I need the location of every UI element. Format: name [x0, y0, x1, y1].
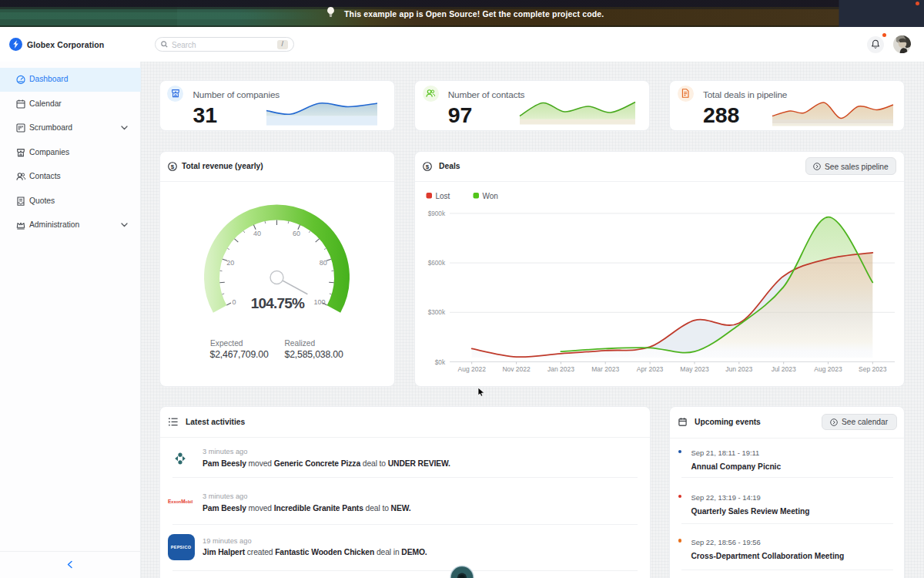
- svg-text:$900k: $900k: [428, 210, 446, 217]
- svg-text:Jul 2023: Jul 2023: [772, 365, 796, 373]
- svg-text:$600k: $600k: [428, 260, 446, 267]
- svg-text:Jun 2023: Jun 2023: [725, 365, 752, 373]
- svg-text:$: $: [426, 163, 430, 170]
- svg-text:0: 0: [232, 298, 236, 306]
- svg-text:Lost: Lost: [436, 192, 450, 200]
- svg-text:Won: Won: [483, 192, 498, 200]
- svg-text:40: 40: [253, 230, 261, 237]
- svg-text:20: 20: [226, 259, 234, 267]
- svg-text:Apr 2023: Apr 2023: [637, 365, 664, 373]
- svg-text:Sep 2023: Sep 2023: [859, 365, 887, 373]
- svg-text:104.75%: 104.75%: [251, 295, 305, 311]
- svg-text:May 2023: May 2023: [680, 365, 709, 373]
- svg-text:$300k: $300k: [428, 309, 446, 316]
- svg-text:Jan 2023: Jan 2023: [547, 365, 574, 373]
- svg-text:$0k: $0k: [435, 359, 446, 366]
- svg-text:$: $: [171, 163, 175, 170]
- svg-text:Aug 2022: Aug 2022: [457, 365, 486, 373]
- svg-text:60: 60: [293, 230, 300, 237]
- svg-text:100: 100: [313, 298, 325, 306]
- svg-text:Aug 2023: Aug 2023: [814, 365, 842, 373]
- svg-text:80: 80: [320, 259, 327, 267]
- svg-text:Nov 2022: Nov 2022: [502, 365, 531, 373]
- svg-text:Mar 2023: Mar 2023: [591, 365, 619, 373]
